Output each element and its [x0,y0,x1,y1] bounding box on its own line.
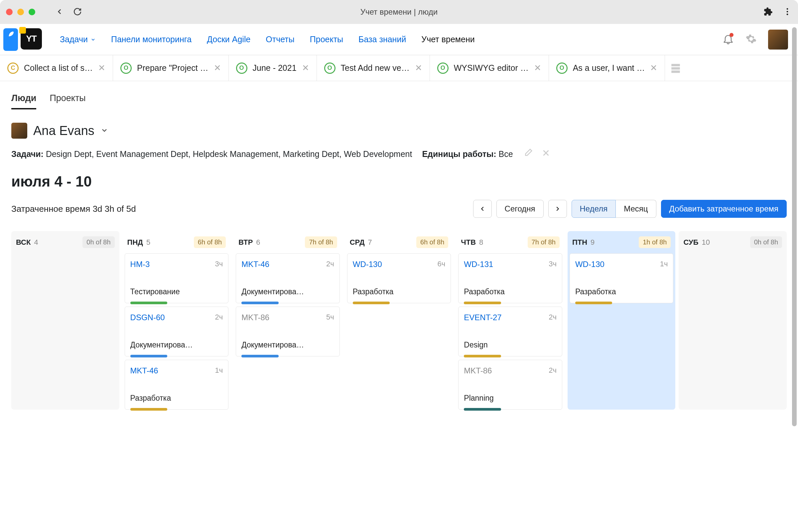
nav-knowledge[interactable]: База знаний [358,35,406,44]
tab-close-icon[interactable]: ✕ [650,63,657,73]
day-number: 9 [590,238,594,247]
day-number: 10 [702,238,710,247]
card-id[interactable]: MKT-46 [130,366,158,375]
tab-close-icon[interactable]: ✕ [214,63,221,73]
clear-icon[interactable] [541,148,551,160]
tab-close-icon[interactable]: ✕ [98,63,106,73]
card-progress-bar [575,302,612,304]
tabs-overflow-icon[interactable] [665,55,686,81]
window-minimize[interactable] [17,8,24,15]
window-zoom[interactable] [28,8,35,15]
card-id[interactable]: MKT-46 [241,260,269,269]
time-card[interactable]: MKT-86 5ч Документирова… [236,307,340,357]
today-button[interactable]: Сегодня [496,200,544,218]
card-type: Разработка [130,394,223,403]
card-id[interactable]: WD-130 [575,260,605,269]
svg-point-1 [787,11,788,12]
settings-icon[interactable] [745,33,757,45]
subtab-people[interactable]: Люди [11,93,36,109]
card-duration: 1ч [660,260,668,268]
svg-point-0 [787,8,788,10]
issue-tab[interactable]: O As a user, I want … ✕ [549,55,665,81]
kebab-menu-icon[interactable] [783,7,792,17]
next-period-button[interactable] [548,200,567,218]
nav-timetracking[interactable]: Учет времени [421,35,474,44]
day-column: ВСК 4 0h of 8h [11,231,119,410]
spent-time-label: Затраченное время 3d 3h of 5d [11,204,136,214]
tab-close-icon[interactable]: ✕ [534,63,541,73]
card-id[interactable]: MKT-86 [241,313,269,322]
time-card[interactable]: MKT-46 1ч Разработка [125,360,229,410]
card-progress-bar [130,408,167,411]
day-column: СРД 7 6h of 8h WD-130 6ч Разработка [345,231,453,410]
card-id[interactable]: WD-131 [464,260,493,269]
card-progress-bar [464,302,501,304]
app-logo-yt[interactable]: YT [21,28,42,50]
day-column: СУБ 10 0h of 8h [679,231,787,410]
scroll-thumb[interactable] [792,27,797,426]
card-duration: 2ч [326,260,334,268]
issue-tab[interactable]: C Collect a list of s… ✕ [0,55,113,81]
tab-close-icon[interactable]: ✕ [415,63,422,73]
edit-icon[interactable] [523,148,533,160]
add-spent-time-button[interactable]: Добавить затраченное время [661,200,787,218]
time-card[interactable]: MKT-46 2ч Документирова… [236,253,340,303]
time-card[interactable]: EVENT-27 2ч Design [458,307,562,357]
time-card[interactable]: MKT-86 2ч Planning [458,360,562,410]
notifications-icon[interactable] [722,33,734,46]
card-progress-bar [464,355,501,358]
card-id[interactable]: WD-130 [353,260,382,269]
extension-icon[interactable] [763,7,773,17]
card-progress-bar [130,355,167,358]
day-hours-badge: 0h of 8h [750,236,782,248]
issue-tab[interactable]: O WYSIWYG editor … ✕ [430,55,549,81]
user-chevron-icon[interactable] [100,126,108,135]
day-column: ВТР 6 7h of 8h MKT-46 2ч Документирова… … [234,231,342,410]
nav-tasks[interactable]: Задачи [60,35,96,44]
main-nav: Задачи Панели мониторинга Доски Agile От… [60,35,475,44]
time-card[interactable]: WD-130 1ч Разработка [570,253,673,303]
card-duration: 6ч [438,260,445,268]
issue-tab[interactable]: O Test Add new ve… ✕ [317,55,430,81]
issue-tab[interactable]: O Prepare "Project … ✕ [113,55,229,81]
card-progress-bar [241,302,278,304]
card-id[interactable]: EVENT-27 [464,313,501,322]
nav-reports[interactable]: Отчеты [266,35,294,44]
time-card[interactable]: WD-131 3ч Разработка [458,253,562,303]
user-avatar[interactable] [768,30,788,50]
day-abbr: ВСК [16,238,31,247]
window-close[interactable] [6,8,13,15]
nav-agile[interactable]: Доски Agile [207,35,250,44]
issue-tab[interactable]: O June - 2021 ✕ [229,55,317,81]
back-icon[interactable] [55,7,64,17]
prev-period-button[interactable] [473,200,492,218]
card-duration: 3ч [215,260,223,268]
notifications-badge [729,33,734,37]
units-label: Единицы работы: [422,149,496,158]
card-id[interactable]: DSGN-60 [130,313,165,322]
tab-close-icon[interactable]: ✕ [302,63,309,73]
day-abbr: СРД [350,238,365,247]
tab-status-icon: O [120,62,132,74]
view-week-button[interactable]: Неделя [572,200,616,218]
nav-projects[interactable]: Проекты [310,35,343,44]
card-id[interactable]: HM-3 [130,260,150,269]
day-hours-badge: 7h of 8h [528,236,559,248]
time-card[interactable]: WD-130 6ч Разработка [347,253,451,303]
subtab-projects[interactable]: Проекты [50,93,86,109]
card-duration: 2ч [215,313,223,322]
card-progress-bar [464,408,501,411]
app-logo-feather[interactable] [3,28,18,51]
reload-icon[interactable] [73,7,82,17]
time-card[interactable]: HM-3 3ч Тестирование [125,253,229,303]
card-duration: 2ч [549,366,557,375]
view-month-button[interactable]: Месяц [616,200,656,218]
nav-dashboards[interactable]: Панели мониторинга [111,35,191,44]
card-type: Design [464,341,557,349]
card-id[interactable]: MKT-86 [464,366,492,375]
tab-status-icon: O [556,62,568,74]
card-progress-bar [241,355,278,358]
scrollbar[interactable] [791,27,797,459]
tab-label: As a user, I want … [573,63,645,73]
time-card[interactable]: DSGN-60 2ч Документирова… [125,307,229,357]
